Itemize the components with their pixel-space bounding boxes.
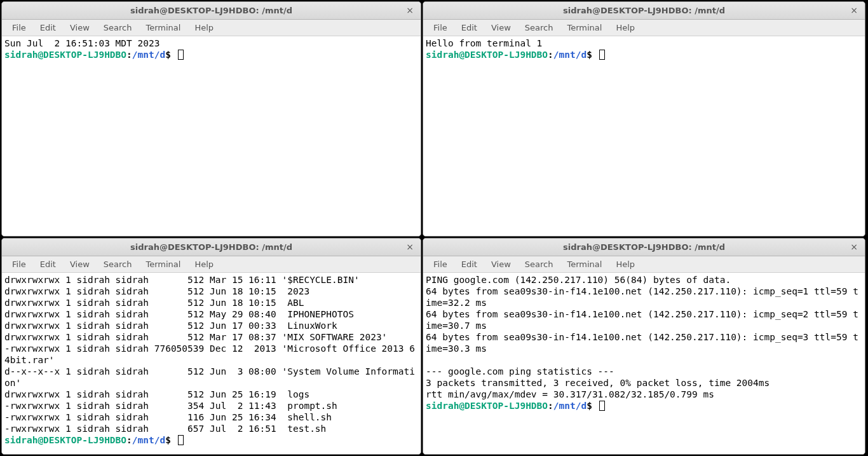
- close-icon[interactable]: ×: [848, 4, 860, 16]
- menu-view[interactable]: View: [485, 258, 517, 271]
- menubar: File Edit View Search Terminal Help: [423, 256, 865, 273]
- menu-edit[interactable]: Edit: [34, 21, 62, 34]
- close-icon[interactable]: ×: [848, 241, 860, 252]
- menu-edit[interactable]: Edit: [455, 258, 484, 271]
- menu-edit[interactable]: Edit: [34, 258, 62, 271]
- menu-search[interactable]: Search: [97, 21, 139, 34]
- menu-help[interactable]: Help: [188, 21, 220, 34]
- cursor: [178, 435, 184, 445]
- menu-edit[interactable]: Edit: [455, 21, 484, 34]
- terminal-window-3: sidrah@DESKTOP-LJ9HDBO: /mnt/d × File Ed…: [423, 238, 865, 455]
- menu-terminal[interactable]: Terminal: [139, 21, 187, 34]
- menu-terminal[interactable]: Terminal: [560, 258, 608, 271]
- titlebar[interactable]: sidrah@DESKTOP-LJ9HDBO: /mnt/d ×: [423, 238, 865, 256]
- cursor: [599, 401, 605, 411]
- window-title: sidrah@DESKTOP-LJ9HDBO: /mnt/d: [130, 242, 292, 252]
- terminal-window-0: sidrah@DESKTOP-LJ9HDBO: /mnt/d × File Ed…: [1, 1, 421, 237]
- window-title: sidrah@DESKTOP-LJ9HDBO: /mnt/d: [563, 6, 725, 15]
- menu-file[interactable]: File: [6, 258, 32, 271]
- cursor: [178, 50, 184, 60]
- menu-help[interactable]: Help: [188, 258, 220, 271]
- close-icon[interactable]: ×: [404, 4, 416, 16]
- menu-file[interactable]: File: [6, 21, 32, 34]
- terminal-window-2: sidrah@DESKTOP-LJ9HDBO: /mnt/d × File Ed…: [1, 238, 421, 455]
- window-title: sidrah@DESKTOP-LJ9HDBO: /mnt/d: [563, 242, 725, 252]
- titlebar[interactable]: sidrah@DESKTOP-LJ9HDBO: /mnt/d ×: [2, 238, 421, 256]
- menu-search[interactable]: Search: [519, 21, 560, 34]
- menu-help[interactable]: Help: [609, 21, 641, 34]
- titlebar[interactable]: sidrah@DESKTOP-LJ9HDBO: /mnt/d ×: [423, 2, 865, 20]
- menubar: File Edit View Search Terminal Help: [2, 20, 421, 36]
- terminal-output[interactable]: Hello from terminal 1 sidrah@DESKTOP-LJ9…: [423, 36, 865, 236]
- titlebar[interactable]: sidrah@DESKTOP-LJ9HDBO: /mnt/d ×: [2, 2, 421, 20]
- menu-view[interactable]: View: [485, 21, 517, 34]
- window-title: sidrah@DESKTOP-LJ9HDBO: /mnt/d: [130, 6, 292, 15]
- menu-help[interactable]: Help: [609, 258, 641, 271]
- terminal-output[interactable]: Sun Jul 2 16:51:03 MDT 2023 sidrah@DESKT…: [2, 36, 421, 236]
- menu-terminal[interactable]: Terminal: [139, 258, 187, 271]
- menu-file[interactable]: File: [427, 21, 454, 34]
- menu-file[interactable]: File: [427, 258, 454, 271]
- menubar: File Edit View Search Terminal Help: [2, 256, 421, 273]
- terminal-output[interactable]: drwxrwxrwx 1 sidrah sidrah 512 Mar 15 16…: [2, 273, 421, 454]
- menu-terminal[interactable]: Terminal: [560, 21, 608, 34]
- terminal-window-1: sidrah@DESKTOP-LJ9HDBO: /mnt/d × File Ed…: [423, 1, 865, 237]
- terminal-output[interactable]: PING google.com (142.250.217.110) 56(84)…: [423, 273, 865, 454]
- menu-search[interactable]: Search: [97, 258, 139, 271]
- menubar: File Edit View Search Terminal Help: [423, 20, 865, 36]
- menu-search[interactable]: Search: [519, 258, 560, 271]
- cursor: [599, 50, 605, 60]
- menu-view[interactable]: View: [64, 258, 96, 271]
- close-icon[interactable]: ×: [404, 241, 416, 252]
- menu-view[interactable]: View: [64, 21, 96, 34]
